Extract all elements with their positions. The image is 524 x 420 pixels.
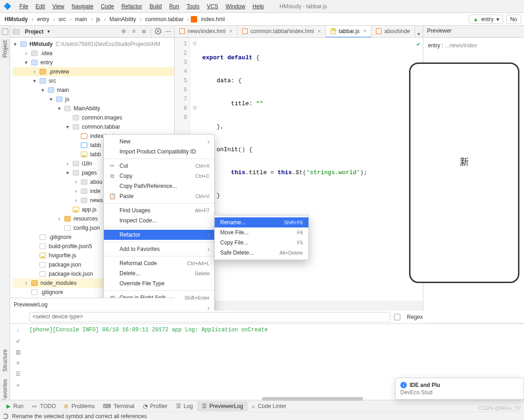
close-icon[interactable]: × — [363, 28, 366, 34]
menu-item[interactable]: Override File Type — [104, 278, 214, 289]
tab-tabbar-index[interactable]: common.tabbar\index.hml× — [238, 26, 326, 37]
locate-icon[interactable]: ⊕ — [120, 28, 127, 34]
bottom-code-linter[interactable]: ⌕Code Linter — [248, 402, 290, 410]
menu-view[interactable]: View — [51, 2, 66, 11]
expander-icon[interactable]: › — [24, 49, 28, 58]
collapse-all-icon[interactable]: ≣ — [141, 28, 147, 34]
tree-item[interactable]: ›.preview — [13, 67, 174, 76]
tree-item[interactable]: ▾js — [13, 95, 174, 104]
filters-icon[interactable]: ≡ — [16, 360, 19, 366]
tabs-overflow-icon[interactable]: ▾ — [415, 31, 422, 37]
run-config[interactable]: ▲entry▾ — [469, 15, 503, 24]
expander-icon[interactable]: ▾ — [40, 85, 45, 95]
soft-wrap-icon[interactable]: ↲ — [16, 338, 20, 344]
sync-icon[interactable] — [3, 414, 8, 419]
tree-item[interactable]: ▾entry — [13, 58, 174, 67]
horizontal-scrollbar[interactable] — [10, 396, 268, 402]
project-files-icon[interactable] — [2, 28, 8, 35]
expander-icon[interactable]: ▾ — [65, 168, 70, 177]
tab-structure[interactable]: Structure — [1, 347, 9, 374]
expander-icon[interactable]: ▾ — [32, 76, 37, 85]
menu-item[interactable]: 📋PasteCtrl+V — [104, 191, 214, 201]
expander-icon[interactable]: › — [65, 159, 70, 168]
tree-item[interactable]: ▾src — [13, 76, 174, 85]
tab-about-index[interactable]: about\inde — [371, 26, 415, 37]
chevron-down-icon[interactable]: ▾ — [47, 28, 50, 34]
expander-icon[interactable]: › — [74, 177, 78, 187]
submenu-item[interactable]: Rename...Shift+F6 — [215, 217, 308, 227]
bottom-profiler[interactable]: ◔Profiler — [139, 402, 171, 410]
bottom-previewerlog[interactable]: ☰PreviewerLog — [198, 402, 247, 411]
menu-item[interactable]: ✂CutCtrl+X — [104, 161, 214, 171]
menu-file[interactable]: File — [17, 2, 30, 11]
menu-item[interactable]: Find UsagesAlt+F7 — [104, 205, 214, 216]
code-area[interactable]: export default { data: { title: "" }, on… — [199, 38, 370, 301]
refactor-submenu[interactable]: Rename...Shift+F6Move File...F6Copy File… — [214, 215, 309, 260]
menu-item[interactable]: Refactor — [104, 230, 214, 240]
expander-icon[interactable]: › — [24, 278, 28, 288]
close-icon[interactable]: × — [318, 28, 321, 34]
tab-project[interactable]: Project — [1, 39, 9, 59]
expander-icon[interactable]: ▾ — [49, 95, 53, 104]
crumb-main[interactable]: main — [73, 15, 89, 23]
no-button[interactable]: No — [506, 15, 521, 24]
crumb-tabbar[interactable]: common.tabbar — [143, 15, 185, 23]
expander-icon[interactable]: › — [74, 187, 78, 196]
menu-help[interactable]: Help — [251, 2, 266, 11]
device-select[interactable]: <select device type> — [29, 312, 390, 322]
menu-item[interactable]: Delete...Delete — [104, 268, 214, 278]
submenu-item[interactable]: Copy File...F5 — [215, 238, 308, 248]
expander-icon[interactable]: ▾ — [65, 122, 70, 131]
menu-item[interactable]: ⧉CopyCtrl+C — [104, 171, 214, 181]
bottom-todo[interactable]: ≔TODO — [28, 402, 59, 410]
crumb-file[interactable]: index.hml — [199, 15, 226, 23]
menu-item[interactable]: Import Product Compatibility ID — [104, 147, 214, 157]
tree-item[interactable]: ›.idea — [13, 49, 174, 58]
close-icon[interactable]: × — [229, 28, 233, 34]
print-icon[interactable]: ▥ — [16, 349, 21, 355]
menu-item[interactable]: New — [104, 136, 214, 147]
previewer-log-header[interactable]: PreviewerLog — [10, 298, 175, 311]
tree-item[interactable]: ▾main — [13, 85, 174, 95]
scroll-to-end-icon[interactable]: ↓ — [17, 327, 19, 333]
menu-vcs[interactable]: VCS — [205, 2, 220, 11]
settings-icon[interactable]: ☰ — [16, 371, 21, 377]
expander-icon[interactable]: › — [74, 196, 78, 205]
more-icon[interactable]: » — [17, 382, 20, 388]
bottom-log[interactable]: ☰Log — [172, 402, 197, 410]
menu-edit[interactable]: Edit — [34, 2, 47, 11]
menu-navigate[interactable]: Navigate — [70, 2, 95, 11]
bottom-run[interactable]: ▶Run — [3, 402, 27, 410]
crumb-entry[interactable]: entry — [35, 15, 51, 23]
menu-item[interactable]: Add to Favorites — [104, 244, 214, 254]
crumb-mainability[interactable]: MainAbility — [108, 15, 138, 23]
crumb-src[interactable]: src — [57, 15, 68, 23]
expander-icon[interactable]: ▾ — [24, 58, 28, 67]
expand-all-icon[interactable]: ≡ — [131, 28, 137, 34]
tree-root[interactable]: ▾ HMstudy C:\Users\75681\DevEcoStudioPro… — [13, 40, 174, 49]
menu-build[interactable]: Build — [148, 2, 164, 11]
menu-item[interactable]: Inspect Code... — [104, 216, 214, 226]
tree-item[interactable]: common.images — [13, 113, 174, 122]
tree-item[interactable]: ▾common.tabbar — [13, 122, 174, 131]
menu-item[interactable]: Copy Path/Reference... — [104, 181, 214, 191]
expander-icon[interactable]: ▾ — [57, 104, 62, 113]
expander-icon[interactable]: › — [32, 67, 37, 76]
bottom-problems[interactable]: ⊘Problems — [60, 402, 98, 410]
tree-item[interactable]: ▾MainAbility — [13, 104, 174, 113]
submenu-item[interactable]: Safe Delete...Alt+Delete — [215, 248, 308, 258]
submenu-item[interactable]: Move File...F6 — [215, 227, 308, 238]
menu-item[interactable]: Reformat CodeCtrl+Alt+L — [104, 258, 214, 268]
crumb-root[interactable]: HMstudy — [3, 15, 30, 23]
menu-run[interactable]: Run — [167, 2, 181, 11]
menu-refactor[interactable]: Refactor — [120, 2, 144, 11]
crumb-js[interactable]: js — [94, 15, 102, 23]
gear-icon[interactable] — [155, 28, 161, 34]
expander-icon[interactable]: › — [57, 214, 62, 223]
minimize-icon[interactable]: — — [165, 28, 171, 34]
regex-checkbox[interactable] — [394, 314, 400, 320]
project-title[interactable]: Project — [25, 28, 44, 35]
tab-news-index[interactable]: news\index.hml× — [175, 26, 238, 37]
notification[interactable]: iIDE and Plu DevEco Stud — [395, 378, 524, 400]
bottom-terminal[interactable]: ⌨Terminal — [99, 402, 138, 410]
